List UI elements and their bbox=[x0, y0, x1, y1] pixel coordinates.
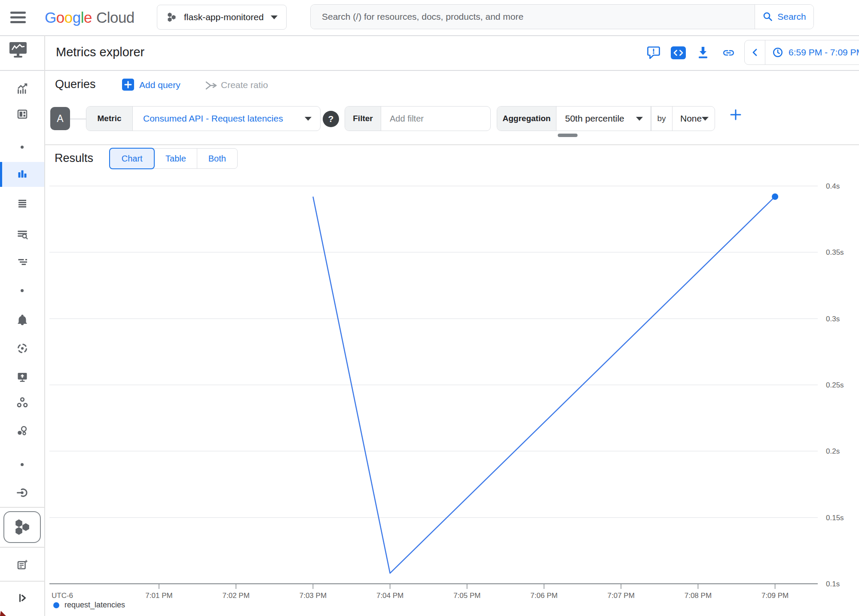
groups-icon bbox=[16, 396, 28, 409]
project-selector[interactable]: flask-app-monitored bbox=[157, 5, 287, 30]
svg-text:7:03 PM: 7:03 PM bbox=[300, 592, 327, 600]
svg-text:7:08 PM: 7:08 PM bbox=[685, 592, 712, 600]
svg-text:0.35s: 0.35s bbox=[826, 248, 844, 256]
search-button-label: Search bbox=[777, 12, 806, 22]
sidebar-item-overview[interactable] bbox=[0, 83, 44, 95]
search-button[interactable]: Search bbox=[755, 5, 813, 29]
tab-both[interactable]: Both bbox=[197, 149, 237, 168]
add-query-button[interactable]: Add query bbox=[139, 80, 180, 90]
sidebar-section-divider bbox=[0, 507, 44, 508]
integration-icon bbox=[16, 487, 28, 499]
legend-item[interactable]: request_latencies bbox=[53, 601, 125, 610]
resize-handle[interactable] bbox=[558, 134, 578, 137]
svg-text:0.15s: 0.15s bbox=[826, 514, 844, 522]
svg-text:0.4s: 0.4s bbox=[826, 182, 840, 190]
add-query-plus-icon[interactable] bbox=[122, 79, 134, 91]
code-icon[interactable] bbox=[671, 46, 686, 59]
chevron-left-icon bbox=[750, 47, 760, 58]
sidebar-item-logs[interactable] bbox=[0, 197, 44, 209]
sidebar-item-alerting[interactable] bbox=[0, 314, 44, 326]
svg-text:7:05 PM: 7:05 PM bbox=[453, 592, 480, 600]
svg-text:0.3s: 0.3s bbox=[826, 315, 840, 323]
release-notes-icon bbox=[16, 559, 28, 571]
sidebar-divider bbox=[44, 35, 45, 616]
collapse-chevron-button[interactable] bbox=[745, 40, 765, 64]
sidebar-expand-button[interactable] bbox=[0, 592, 44, 604]
aggregation-dropdown[interactable]: 50th percentile bbox=[556, 107, 651, 131]
sidebar-item-release-notes[interactable] bbox=[0, 559, 44, 571]
svg-text:7:09 PM: 7:09 PM bbox=[761, 592, 789, 600]
feedback-icon[interactable] bbox=[647, 46, 660, 59]
metric-selector[interactable]: Metric Consumed API - Request latencies bbox=[86, 106, 321, 131]
monitoring-logo-icon[interactable] bbox=[9, 42, 28, 59]
query-letter-badge[interactable]: A bbox=[50, 107, 70, 130]
filter-control[interactable]: Filter Add filter bbox=[345, 106, 491, 131]
time-range-control: 6:59 PM - 7:09 PM bbox=[744, 40, 859, 65]
bell-icon bbox=[16, 314, 28, 326]
group-by-caret-icon bbox=[702, 117, 709, 121]
latency-line-chart[interactable]: 0.4s0.35s0.3s0.25s0.2s0.15s0.1s7:01 PM7:… bbox=[0, 0, 859, 616]
group-by-dropdown[interactable]: None bbox=[673, 107, 715, 131]
filter-label: Filter bbox=[345, 107, 381, 131]
sidebar-section-divider bbox=[0, 581, 44, 582]
project-name: flask-app-monitored bbox=[184, 12, 264, 22]
tab-chart[interactable]: Chart bbox=[109, 148, 155, 169]
aggregation-label: Aggregation bbox=[497, 107, 556, 131]
search-bar: Search bbox=[310, 4, 814, 29]
add-aggregation-plus-icon[interactable] bbox=[729, 108, 742, 121]
log-search-icon bbox=[16, 228, 28, 240]
time-range-value[interactable]: 6:59 PM - 7:09 PM bbox=[789, 47, 859, 58]
sidebar-item-groups[interactable] bbox=[0, 396, 44, 409]
uptime-check-icon bbox=[16, 342, 28, 354]
sidebar-item-dashboards[interactable] bbox=[0, 108, 44, 120]
dashboard-icon bbox=[16, 108, 28, 120]
sidebar-item-vm-instances[interactable] bbox=[0, 371, 44, 383]
queries-title: Queries bbox=[55, 78, 96, 91]
aggregation-value: 50th percentile bbox=[565, 113, 624, 124]
group-by-value: None bbox=[680, 113, 702, 124]
filter-placeholder: Add filter bbox=[381, 107, 424, 131]
builder-divider bbox=[44, 144, 859, 145]
metric-caret-icon bbox=[305, 117, 312, 121]
google-logo-text: Google bbox=[45, 9, 92, 26]
sidebar-dot-separator bbox=[21, 289, 24, 292]
hexagon-cluster-icon bbox=[12, 518, 32, 536]
search-input-wrap bbox=[311, 5, 755, 29]
help-icon[interactable]: ? bbox=[323, 111, 339, 127]
sidebar-item-uptime-checks[interactable] bbox=[0, 342, 44, 354]
sidebar-item-integrations[interactable] bbox=[0, 487, 44, 499]
sidebar-dot-separator bbox=[21, 146, 24, 149]
sidebar-section-divider bbox=[0, 547, 44, 548]
page-title: Metrics explorer bbox=[56, 45, 144, 59]
services-bubbles-icon bbox=[16, 425, 28, 437]
title-divider bbox=[0, 70, 859, 71]
sidebar-item-services[interactable] bbox=[0, 425, 44, 437]
metric-value: Consumed API - Request latencies bbox=[133, 107, 305, 131]
search-input[interactable] bbox=[311, 5, 755, 29]
search-icon bbox=[762, 11, 773, 22]
sidebar-item-metrics-explorer[interactable] bbox=[0, 168, 44, 180]
create-ratio-button[interactable]: Create ratio bbox=[221, 80, 268, 90]
svg-text:7:06 PM: 7:06 PM bbox=[530, 592, 557, 600]
sidebar-item-log-search[interactable] bbox=[0, 228, 44, 240]
sidebar-item-trace-list[interactable] bbox=[0, 256, 44, 268]
sidebar-item-project-hexagons[interactable] bbox=[3, 511, 41, 543]
svg-text:0.1s: 0.1s bbox=[826, 580, 840, 588]
svg-text:UTC-6: UTC-6 bbox=[52, 592, 73, 600]
line-chart-icon bbox=[16, 83, 28, 95]
vm-monitor-icon bbox=[16, 371, 28, 383]
metrics-explorer-page: Google Cloud flask-app-monitored Search bbox=[0, 0, 859, 616]
google-cloud-logo[interactable]: Google Cloud bbox=[45, 9, 135, 26]
aggregation-control: Aggregation 50th percentile by None bbox=[497, 106, 715, 131]
menu-icon[interactable] bbox=[10, 12, 26, 23]
link-icon[interactable] bbox=[721, 46, 737, 59]
svg-text:7:04 PM: 7:04 PM bbox=[376, 592, 404, 600]
metric-label: Metric bbox=[86, 107, 133, 131]
expand-panel-icon bbox=[16, 592, 28, 604]
tab-table[interactable]: Table bbox=[155, 149, 196, 168]
svg-text:7:07 PM: 7:07 PM bbox=[608, 592, 635, 600]
download-icon[interactable] bbox=[697, 46, 709, 60]
create-ratio-icon bbox=[205, 80, 218, 91]
chevron-down-icon bbox=[271, 15, 278, 19]
list-icon bbox=[16, 197, 28, 209]
